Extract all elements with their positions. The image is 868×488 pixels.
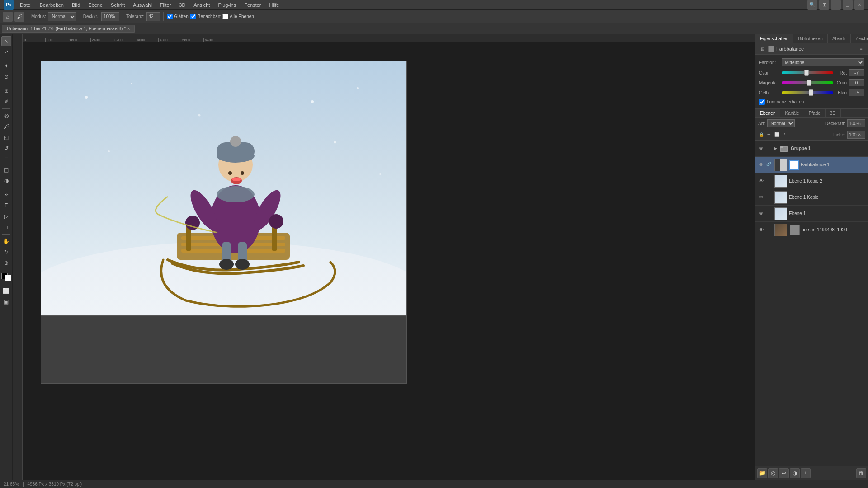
visibility-ebene1kopie[interactable]: 👁 xyxy=(758,194,764,201)
visibility-farbbalance1[interactable]: 👁 xyxy=(758,162,764,168)
link-farbbalance1[interactable]: 🔗 xyxy=(766,162,773,168)
path-select-tool[interactable]: ▷ xyxy=(1,211,11,221)
ps-logo[interactable]: Ps xyxy=(4,0,14,10)
magic-wand-tool[interactable]: ✦ xyxy=(1,61,11,71)
tab-close-button[interactable]: × xyxy=(127,27,130,31)
delete-layer-button[interactable]: 🗑 xyxy=(856,468,866,478)
tab-zeichen[interactable]: Zeichen xyxy=(851,34,868,43)
layers-mode-select[interactable]: Normal xyxy=(767,119,795,127)
visibility-ebene1[interactable]: 👁 xyxy=(758,211,764,217)
cyan-rot-slider[interactable] xyxy=(782,71,833,74)
menu-auswahl[interactable]: Auswahl xyxy=(129,1,156,9)
new-fill-layer-button[interactable]: ↩ xyxy=(779,468,789,478)
history-brush-tool[interactable]: ↺ xyxy=(1,143,11,153)
eyedropper-tool[interactable]: ✐ xyxy=(1,97,11,107)
visibility-ebene1kopie2[interactable]: 👁 xyxy=(758,178,764,184)
tab-pfade[interactable]: Pfade xyxy=(804,109,826,117)
lock-pos-icon[interactable]: ✛ xyxy=(766,131,772,138)
maximize-icon[interactable]: □ xyxy=(843,0,853,10)
menu-datei[interactable]: Datei xyxy=(16,1,35,9)
hand-tool[interactable]: ✋ xyxy=(1,236,11,246)
brush-tool-icon[interactable]: 🖌 xyxy=(14,12,24,22)
layer-item-ebene1[interactable]: 👁 Ebene 1 xyxy=(755,206,868,222)
tab-3d[interactable]: 3D xyxy=(826,109,841,117)
add-mask-button[interactable]: ◎ xyxy=(768,468,778,478)
brush-tool[interactable]: 🖌 xyxy=(1,122,11,131)
lock-art-icon[interactable]: / xyxy=(781,131,788,138)
layer-item-ebene1kopie2[interactable]: 👁 Ebene 1 Kopie 2 xyxy=(755,173,868,189)
menu-bild[interactable]: Bild xyxy=(68,1,84,9)
minimize-icon[interactable]: — xyxy=(831,0,841,10)
menu-hilfe[interactable]: Hilfe xyxy=(265,1,283,9)
menu-3d[interactable]: 3D xyxy=(175,1,189,9)
menu-filter[interactable]: Filter xyxy=(156,1,175,9)
menu-plugins[interactable]: Plug-ins xyxy=(214,1,240,9)
gelb-blau-thumb[interactable] xyxy=(809,89,813,96)
color-swatches[interactable] xyxy=(1,273,11,281)
menu-bearbeiten[interactable]: Bearbeiten xyxy=(36,1,67,9)
layer-item-farbbalance1[interactable]: 👁 🔗 Farbbalance 1 xyxy=(755,157,868,173)
layers-opacity-input[interactable] xyxy=(847,119,865,127)
tab-bibliotheken[interactable]: Bibliotheken xyxy=(793,34,827,43)
luminanz-checkbox[interactable] xyxy=(759,99,765,105)
close-icon[interactable]: × xyxy=(854,0,864,10)
tab-kanaele[interactable]: Kanäle xyxy=(780,109,804,117)
pen-tool[interactable]: ✒ xyxy=(1,190,11,200)
lock-px-icon[interactable]: ⬜ xyxy=(774,131,780,138)
modus-dropdown[interactable]: Normal xyxy=(48,12,76,21)
alle-ebenen-check[interactable]: Alle Ebenen xyxy=(222,14,254,19)
zoom-tool[interactable]: ⊕ xyxy=(1,258,11,268)
cyan-rot-thumb[interactable] xyxy=(804,70,809,76)
dodge-tool[interactable]: ◑ xyxy=(1,176,11,186)
menu-ebene[interactable]: Ebene xyxy=(85,1,106,9)
direct-select-tool[interactable]: ↗ xyxy=(1,47,11,57)
gelb-value-input[interactable] xyxy=(849,89,864,96)
document-tab[interactable]: Unbenannt-1 bei 21,7% (Farbbalance 1, Eb… xyxy=(2,25,135,33)
canvas-scroll[interactable] xyxy=(23,42,755,480)
text-tool[interactable]: T xyxy=(1,201,11,211)
panel-menu-icon[interactable]: ≡ xyxy=(858,46,864,52)
selection-tool[interactable]: ↖ xyxy=(1,36,11,46)
farbton-select[interactable]: Mitteltöne Tiefen Lichter xyxy=(782,58,864,66)
menu-fenster[interactable]: Fenster xyxy=(241,1,264,9)
gradient-tool[interactable]: ◫ xyxy=(1,165,11,175)
gelb-blau-slider[interactable] xyxy=(782,91,833,94)
tab-absatz[interactable]: Absatz xyxy=(828,34,851,43)
quick-mask-tool[interactable]: ⬜ xyxy=(1,286,11,296)
rotate-view-tool[interactable]: ↻ xyxy=(1,247,11,257)
search-icon[interactable]: 🔍 xyxy=(807,0,817,10)
new-group-button[interactable]: 📁 xyxy=(757,468,767,478)
eraser-tool[interactable]: ◻ xyxy=(1,154,11,164)
benachbart-check[interactable]: Benachbart xyxy=(190,14,221,19)
new-layer-button[interactable]: + xyxy=(801,468,811,478)
shape-tool[interactable]: □ xyxy=(1,222,11,232)
layer-item-person[interactable]: 👁 person-1196498_1920 xyxy=(755,222,868,238)
tab-ebenen[interactable]: Ebenen xyxy=(755,109,780,117)
lasso-tool[interactable]: ⊙ xyxy=(1,72,11,82)
layer-item-gruppe1[interactable]: 👁 ▶ Gruppe 1 xyxy=(755,141,868,157)
magenta-gruen-thumb[interactable] xyxy=(807,80,811,86)
stamp-tool[interactable]: ◰ xyxy=(1,132,11,142)
fill-input[interactable] xyxy=(847,131,865,139)
tab-eigenschaften[interactable]: Eigenschaften xyxy=(755,34,793,43)
screen-mode-tool[interactable]: ▣ xyxy=(1,297,11,307)
visibility-gruppe1[interactable]: 👁 xyxy=(758,145,764,152)
collapse-tri-gruppe1[interactable]: ▶ xyxy=(774,146,777,150)
glatten-check[interactable]: Glätten xyxy=(167,14,189,19)
spot-heal-tool[interactable]: ◎ xyxy=(1,111,11,121)
menu-schrift[interactable]: Schrift xyxy=(107,1,128,9)
new-adj-layer-button[interactable]: ◑ xyxy=(790,468,800,478)
visibility-person[interactable]: 👁 xyxy=(758,227,764,233)
menu-ansicht[interactable]: Ansicht xyxy=(190,1,213,9)
magenta-gruen-slider[interactable] xyxy=(782,81,833,84)
layers-list: 👁 ▶ Gruppe 1 👁 🔗 xyxy=(755,141,868,466)
deckkraft-input[interactable] xyxy=(101,12,119,21)
home-button[interactable]: ⌂ xyxy=(3,12,13,22)
toleranz-input[interactable] xyxy=(146,12,160,21)
crop-tool[interactable]: ⊞ xyxy=(1,86,11,96)
layer-item-ebene1kopie[interactable]: 👁 Ebene 1 Kopie xyxy=(755,189,868,206)
workspace-icon[interactable]: ⊞ xyxy=(819,0,829,10)
cyan-value-input[interactable] xyxy=(849,69,864,76)
lock-all-icon[interactable]: 🔒 xyxy=(758,131,764,138)
magenta-value-input[interactable] xyxy=(849,79,864,86)
